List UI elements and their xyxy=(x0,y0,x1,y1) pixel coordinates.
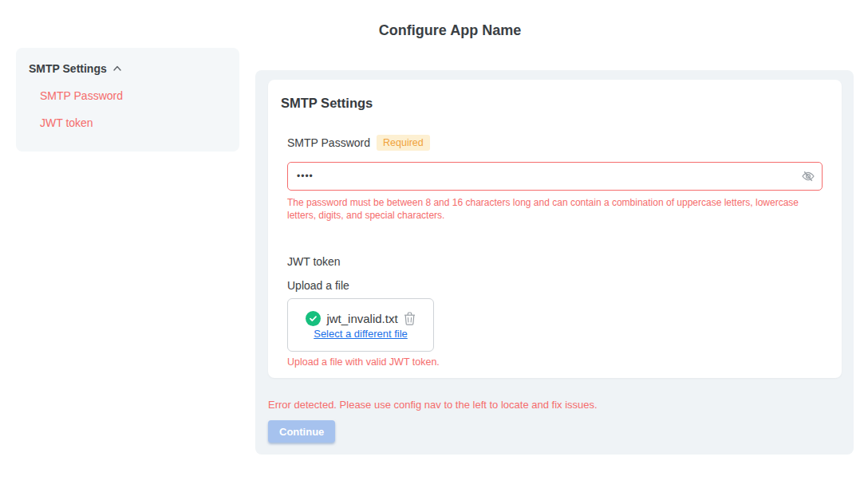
toggle-password-visibility-button[interactable] xyxy=(801,169,815,183)
trash-icon xyxy=(404,316,416,328)
eye-slash-icon xyxy=(801,174,815,186)
check-circle-icon xyxy=(306,311,321,326)
uploaded-file-name: jwt_invalid.txt xyxy=(326,312,397,325)
continue-button[interactable]: Continue xyxy=(268,420,335,443)
card-title: SMTP Settings xyxy=(281,96,823,111)
config-main-panel: SMTP Settings SMTP Password Required xyxy=(255,70,854,455)
delete-file-button[interactable] xyxy=(404,312,416,325)
sidebar-item-jwt-token[interactable]: JWT token xyxy=(40,116,227,129)
form-error-banner: Error detected. Please use config nav to… xyxy=(268,399,842,411)
required-badge: Required xyxy=(377,135,430,151)
smtp-password-label: SMTP Password xyxy=(287,136,370,149)
upload-file-label: Upload a file xyxy=(287,279,823,292)
select-different-file-link[interactable]: Select a different file xyxy=(314,328,408,340)
file-upload-box: jwt_invalid.txt Sele xyxy=(287,298,434,352)
smtp-password-input[interactable] xyxy=(287,162,823,191)
jwt-token-label: JWT token xyxy=(287,255,823,268)
jwt-upload-error: Upload a file with valid JWT token. xyxy=(287,356,823,368)
sidebar-section-smtp-settings[interactable]: SMTP Settings xyxy=(29,62,227,75)
config-nav-sidebar: SMTP Settings SMTP Password JWT token xyxy=(16,48,239,152)
smtp-settings-card: SMTP Settings SMTP Password Required xyxy=(268,80,842,378)
page-title: Configure App Name xyxy=(32,22,868,39)
sidebar-section-label: SMTP Settings xyxy=(29,62,107,75)
sidebar-item-smtp-password[interactable]: SMTP Password xyxy=(40,89,227,102)
chevron-up-icon xyxy=(112,63,123,74)
smtp-password-error: The password must be between 8 and 16 ch… xyxy=(287,196,823,222)
